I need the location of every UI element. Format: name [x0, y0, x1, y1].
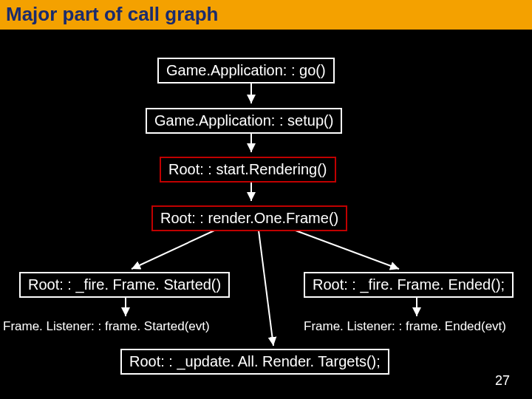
svg-line-5 — [259, 231, 273, 346]
node-setup: Game.Application: : setup() — [146, 108, 342, 134]
svg-line-3 — [132, 231, 214, 269]
node-start-rendering: Root: : start.Rendering() — [160, 157, 336, 183]
svg-line-4 — [296, 231, 399, 269]
page-number: 27 — [495, 373, 510, 389]
node-go: Game.Application: : go() — [157, 58, 335, 83]
leaf-frame-started: Frame. Listener: : frame. Started(evt) — [3, 319, 210, 334]
node-render-one-frame: Root: : render.One.Frame() — [151, 205, 347, 231]
node-fire-frame-ended: Root: : _fire. Frame. Ended(); — [304, 272, 514, 298]
slide-title: Major part of call graph — [0, 0, 532, 30]
node-update-targets: Root: : _update. All. Render. Targets(); — [120, 349, 389, 375]
leaf-frame-ended: Frame. Listener: : frame. Ended(evt) — [304, 319, 506, 334]
node-fire-frame-started: Root: : _fire. Frame. Started() — [19, 272, 230, 298]
